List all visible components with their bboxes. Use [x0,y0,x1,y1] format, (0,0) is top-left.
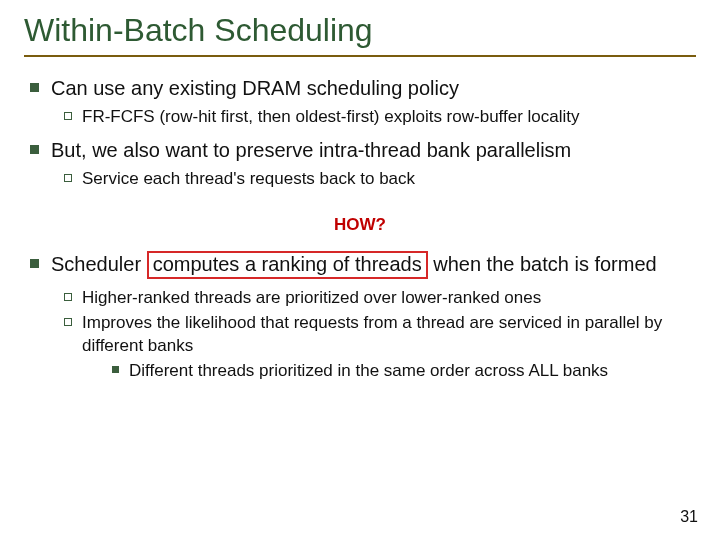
highlight-box: computes a ranking of threads [147,251,428,279]
bullet-text: Can use any existing DRAM scheduling pol… [51,75,696,102]
bullet-level3: Different threads prioritized in the sam… [112,360,696,383]
bullet-text: Higher-ranked threads are prioritized ov… [82,287,696,310]
bullet-text: Service each thread's requests back to b… [82,168,696,191]
slide-title: Within-Batch Scheduling [24,12,696,57]
page-number: 31 [680,508,698,526]
bullet-text: But, we also want to preserve intra-thre… [51,137,696,164]
hollow-square-bullet-icon [64,174,72,182]
bullet-level2: Improves the likelihood that requests fr… [64,312,696,358]
hollow-square-bullet-icon [64,293,72,301]
bullet-level2: Service each thread's requests back to b… [64,168,696,191]
bullet-text: FR-FCFS (row-hit first, then oldest-firs… [82,106,696,129]
text-post: when the batch is formed [428,253,657,275]
bullet-text: Improves the likelihood that requests fr… [82,312,696,358]
square-bullet-icon [30,83,39,92]
hollow-square-bullet-icon [64,318,72,326]
text-pre: Scheduler [51,253,147,275]
square-bullet-icon [30,259,39,268]
bullet-text: Scheduler computes a ranking of threads … [51,251,696,279]
slide: Within-Batch Scheduling Can use any exis… [0,0,720,540]
bullet-level2: FR-FCFS (row-hit first, then oldest-firs… [64,106,696,129]
hollow-square-bullet-icon [64,112,72,120]
square-bullet-icon [112,366,119,373]
bullet-level1: Scheduler computes a ranking of threads … [30,251,696,279]
bullet-level1: But, we also want to preserve intra-thre… [30,137,696,164]
bullet-level1: Can use any existing DRAM scheduling pol… [30,75,696,102]
bullet-level2: Higher-ranked threads are prioritized ov… [64,287,696,310]
how-label: HOW? [24,215,696,235]
square-bullet-icon [30,145,39,154]
bullet-text: Different threads prioritized in the sam… [129,360,696,383]
